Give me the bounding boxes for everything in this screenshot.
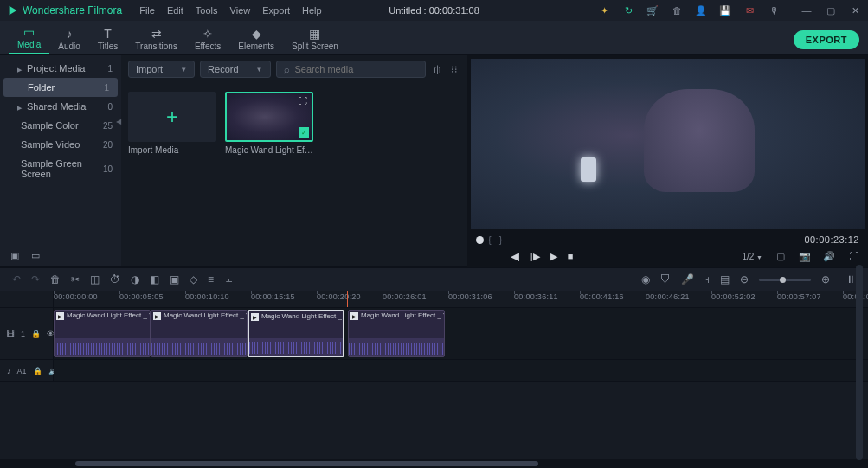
import-media-label: Import Media xyxy=(128,145,216,155)
mixer-button[interactable]: ⫞ xyxy=(704,273,710,285)
delete-button[interactable]: 🗑 xyxy=(50,273,61,285)
menu-file[interactable]: File xyxy=(139,5,155,16)
menu-view[interactable]: View xyxy=(230,5,251,16)
shield-icon[interactable]: ⛉ xyxy=(660,273,671,285)
save-icon[interactable]: 💾 xyxy=(719,4,731,16)
timeline-clip[interactable]: ▶Magic Wand Light Effect _ V... xyxy=(54,310,151,357)
snapshot-icon[interactable]: 📷 xyxy=(799,250,811,262)
audio-track-header[interactable]: ♪ A1 🔒 🔈 xyxy=(0,360,54,381)
timeline-clip-selected[interactable]: ▶Magic Wand Light Effect _ V... xyxy=(248,310,344,357)
ruler-tick: 00:00:20:20 xyxy=(317,292,361,301)
preview-viewport[interactable] xyxy=(471,59,865,229)
ruler-tick: 00:00:31:06 xyxy=(448,292,492,301)
volume-icon[interactable]: 🔊 xyxy=(823,250,835,262)
undo-button[interactable]: ↶ xyxy=(12,273,21,285)
tab-titles[interactable]: TTitles xyxy=(89,25,127,54)
sidebar-item-sample-green[interactable]: Sample Green Screen10 xyxy=(0,154,121,183)
menu-help[interactable]: Help xyxy=(302,5,322,16)
list-button[interactable]: ≡ xyxy=(208,273,214,285)
render-button[interactable]: ▣ xyxy=(170,273,179,285)
lock-icon[interactable]: 🔒 xyxy=(31,330,41,338)
timeline-vscroll[interactable] xyxy=(856,265,863,460)
display-icon[interactable]: ▢ xyxy=(775,250,787,262)
play-back-button[interactable]: |▶ xyxy=(530,251,540,262)
timeline-scrollbar[interactable] xyxy=(0,459,868,468)
redo-button[interactable]: ↷ xyxy=(31,273,40,285)
record-dropdown[interactable]: Record▼ xyxy=(200,61,270,78)
close-icon[interactable]: ✕ xyxy=(849,4,861,16)
tab-media[interactable]: ▭Media xyxy=(9,23,49,54)
tab-transitions[interactable]: ⇄Transitions xyxy=(126,25,186,54)
mic-icon[interactable]: 🎙 xyxy=(768,4,780,16)
sidebar-item-folder[interactable]: Folder1 xyxy=(3,78,118,97)
preview-subject xyxy=(644,89,754,191)
export-button[interactable]: EXPORT xyxy=(794,30,859,49)
import-dropdown[interactable]: Import▼ xyxy=(128,61,195,78)
stop-button[interactable]: ■ xyxy=(568,251,574,262)
zoom-slider[interactable] xyxy=(759,279,811,281)
star-icon[interactable]: ✦ xyxy=(598,4,610,16)
refresh-icon[interactable]: ↻ xyxy=(622,4,634,16)
fit-button[interactable]: ⏸ xyxy=(845,273,856,285)
grid-view-icon[interactable]: ⁝⁝ xyxy=(448,63,460,75)
video-track: 🎞 1 🔒 👁 ▶Magic Wand Light Effect _ V... … xyxy=(0,308,868,360)
color-button[interactable]: ◑ xyxy=(131,273,139,285)
zoom-in-button[interactable]: ⊕ xyxy=(821,273,830,285)
prev-frame-button[interactable]: ◀| xyxy=(511,251,520,262)
chevron-right-icon: ▶ xyxy=(17,105,22,111)
timeline-clip[interactable]: ▶Magic Wand Light Effect _ V... xyxy=(151,310,248,357)
new-folder-icon[interactable]: ▣ xyxy=(9,249,21,261)
chevron-right-icon: ▶ xyxy=(17,67,22,73)
menu-tools[interactable]: Tools xyxy=(196,5,218,16)
preview-ratio[interactable]: 1/2 ▼ xyxy=(742,252,762,261)
cart-icon[interactable]: 🛒 xyxy=(646,4,659,16)
play-icon: ▶ xyxy=(153,312,161,320)
message-icon[interactable]: ✉ xyxy=(743,4,755,16)
fullscreen-icon[interactable]: ⛶ xyxy=(847,250,859,262)
marker-button[interactable]: ⫠ xyxy=(224,273,235,285)
grid-icon: ▦ xyxy=(309,27,320,41)
zoom-out-button[interactable]: ⊖ xyxy=(740,273,749,285)
app-logo: Wondershare Filmora xyxy=(7,4,122,16)
timeline-ruler[interactable]: 00:00:00:0000:00:05:0500:00:10:1000:00:1… xyxy=(54,291,868,307)
trash-icon[interactable]: 🗑 xyxy=(671,4,683,16)
lock-icon[interactable]: 🔒 xyxy=(33,367,42,375)
timeline-clip[interactable]: ▶Magic Wand Light Effect _ V... xyxy=(348,310,445,357)
tracks-button[interactable]: ▤ xyxy=(720,273,730,285)
video-track-header[interactable]: 🎞 1 🔒 👁 xyxy=(0,308,54,359)
speed-button[interactable]: ⏱ xyxy=(110,273,120,285)
folder-icon[interactable]: ▭ xyxy=(29,249,42,261)
audio-track-body[interactable] xyxy=(54,360,868,381)
play-button[interactable]: ▶ xyxy=(550,251,557,262)
sidebar-item-shared-media[interactable]: ▶Shared Media0 xyxy=(0,97,121,116)
window-title: Untitled : 00:00:31:08 xyxy=(389,5,479,16)
import-media-tile[interactable]: + Import Media xyxy=(128,92,216,155)
crop-button[interactable]: ◫ xyxy=(90,273,100,285)
cut-button[interactable]: ✂ xyxy=(71,273,80,285)
collapse-sidebar-icon[interactable]: ◀ xyxy=(116,118,121,125)
audio-track: ♪ A1 🔒 🔈 xyxy=(0,360,868,382)
video-track-body[interactable]: ▶Magic Wand Light Effect _ V... ▶Magic W… xyxy=(54,308,868,359)
user-icon[interactable]: 👤 xyxy=(695,4,707,16)
tab-splitscreen[interactable]: ▦Split Screen xyxy=(283,25,347,54)
media-clip-tile[interactable]: ⛶ ✓ Magic Wand Light Effec... xyxy=(225,92,313,155)
filter-icon[interactable]: ⫛ xyxy=(431,63,443,75)
menu-edit[interactable]: Edit xyxy=(167,5,183,16)
search-input[interactable]: ⌕ xyxy=(276,61,427,78)
minimize-icon[interactable]: — xyxy=(800,4,813,16)
greenscreen-button[interactable]: ◧ xyxy=(150,273,159,285)
voiceover-button[interactable]: 🎤 xyxy=(681,273,694,285)
media-sidebar: ▶Project Media1 Folder1 ▶Shared Media0 S… xyxy=(0,55,121,266)
sidebar-item-project-media[interactable]: ▶Project Media1 xyxy=(0,59,121,78)
playhead[interactable] xyxy=(347,291,348,307)
sidebar-item-sample-video[interactable]: Sample Video20 xyxy=(0,135,121,154)
maximize-icon[interactable]: ▢ xyxy=(825,4,837,16)
menubar: File Edit Tools View Export Help xyxy=(139,5,321,16)
tab-elements[interactable]: ◆Elements xyxy=(229,25,283,54)
record-button[interactable]: ◉ xyxy=(641,273,650,285)
sidebar-item-sample-color[interactable]: Sample Color25 xyxy=(0,116,121,135)
keyframe-button[interactable]: ◇ xyxy=(190,273,197,285)
tab-effects[interactable]: ✧Effects xyxy=(186,25,229,54)
menu-export[interactable]: Export xyxy=(262,5,290,16)
tab-audio[interactable]: ♪Audio xyxy=(49,25,89,54)
